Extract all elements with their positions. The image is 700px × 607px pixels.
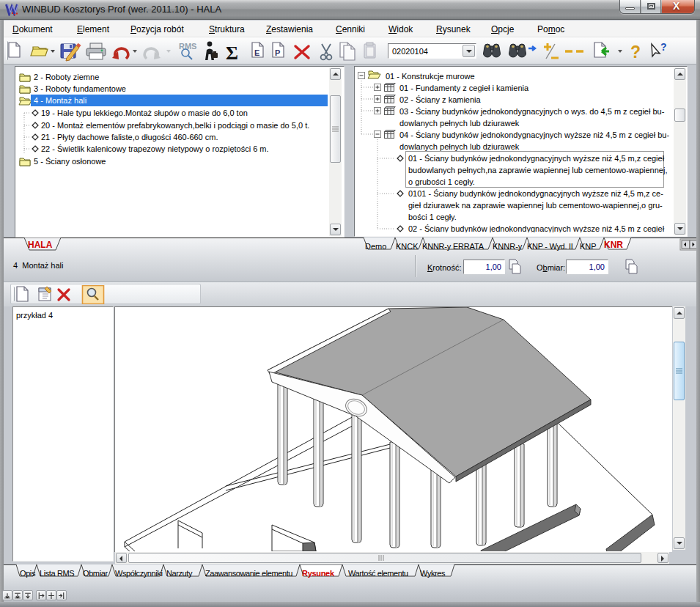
svg-text:Σ: Σ: [226, 43, 238, 64]
svg-text:P: P: [275, 48, 280, 57]
svg-text:E: E: [254, 48, 259, 57]
svg-text:?: ?: [630, 43, 641, 62]
svg-text:?: ?: [660, 41, 667, 53]
